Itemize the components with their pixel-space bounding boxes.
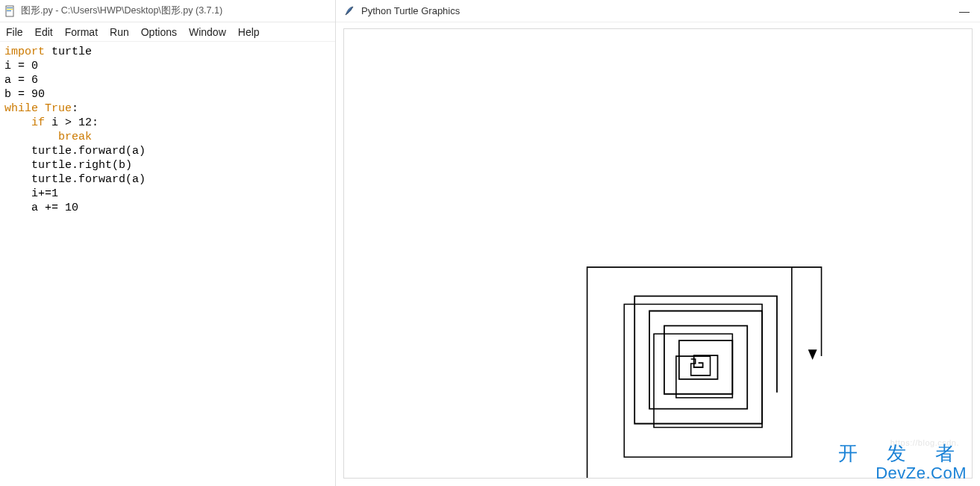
code-text: turtle.forward(a) <box>4 173 146 186</box>
idle-title-text: 图形.py - C:\Users\HWP\Desktop\图形.py (3.7.… <box>21 4 222 17</box>
code-keyword: import <box>4 46 45 58</box>
svg-rect-3 <box>7 10 11 11</box>
turtle-drawing <box>344 29 972 478</box>
menu-format[interactable]: Format <box>65 26 98 38</box>
turtle-titlebar[interactable]: Python Turtle Graphics — <box>336 0 980 22</box>
tk-feather-icon <box>343 5 355 17</box>
code-text: b = 90 <box>4 88 45 101</box>
turtle-canvas-wrap <box>336 22 980 486</box>
code-keyword: True <box>45 102 72 115</box>
svg-line-4 <box>346 7 353 15</box>
minimize-button[interactable]: — <box>959 5 970 17</box>
code-text: a += 10 <box>4 202 78 214</box>
code-keyword: if <box>31 116 45 129</box>
python-file-icon <box>4 5 16 17</box>
idle-titlebar[interactable]: 图形.py - C:\Users\HWP\Desktop\图形.py (3.7.… <box>0 0 335 22</box>
turtle-canvas <box>343 28 973 479</box>
code-text <box>38 102 45 115</box>
code-text <box>4 116 31 129</box>
turtle-title-text: Python Turtle Graphics <box>361 5 460 16</box>
menu-edit[interactable]: Edit <box>35 26 53 38</box>
menu-file[interactable]: File <box>6 26 23 38</box>
code-keyword: break <box>58 131 92 143</box>
code-text <box>4 131 58 143</box>
idle-menubar: File Edit Format Run Options Window Help <box>0 22 335 42</box>
menu-help[interactable]: Help <box>238 26 260 38</box>
turtle-cursor-icon <box>808 349 817 360</box>
code-text: turtle.right(b) <box>4 159 132 172</box>
code-text: : <box>72 102 78 115</box>
code-text: i+=1 <box>4 187 58 200</box>
idle-window: 图形.py - C:\Users\HWP\Desktop\图形.py (3.7.… <box>0 0 336 486</box>
code-text: i = 0 <box>4 60 38 72</box>
code-text: turtle.forward(a) <box>4 145 146 158</box>
window-controls: — <box>959 5 973 17</box>
code-keyword: while <box>4 102 38 115</box>
code-text: a = 6 <box>4 74 38 87</box>
svg-rect-2 <box>7 9 13 10</box>
code-text: i > 12: <box>45 116 99 129</box>
code-text: turtle <box>45 46 92 58</box>
menu-run[interactable]: Run <box>110 26 129 38</box>
turtle-window: Python Turtle Graphics — https://blog.cs… <box>336 0 980 486</box>
menu-window[interactable]: Window <box>189 26 226 38</box>
svg-rect-1 <box>7 7 13 8</box>
code-editor[interactable]: import turtle i = 0 a = 6 b = 90 while T… <box>0 42 335 486</box>
menu-options[interactable]: Options <box>141 26 177 38</box>
